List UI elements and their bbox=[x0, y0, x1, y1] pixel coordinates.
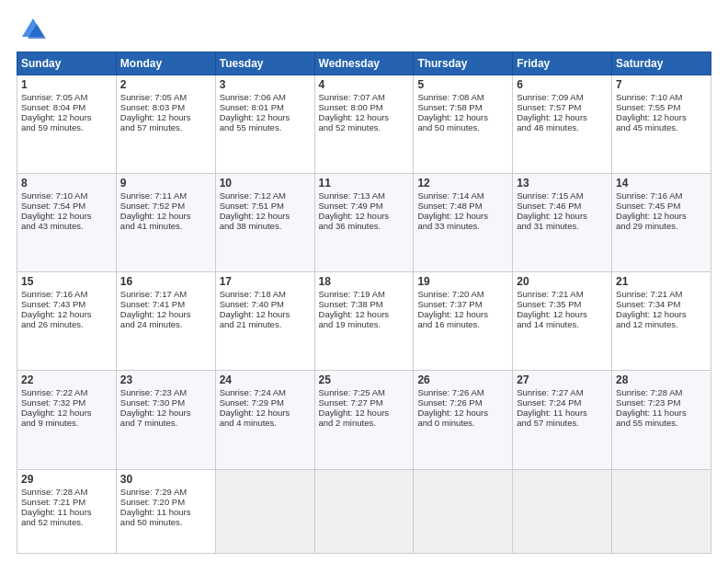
calendar-week-3: 15Sunrise: 7:16 AMSunset: 7:43 PMDayligh… bbox=[17, 272, 711, 371]
calendar-cell: 3Sunrise: 7:06 AMSunset: 8:01 PMDaylight… bbox=[215, 75, 314, 174]
calendar-cell bbox=[314, 469, 414, 554]
day-info-line: Sunrise: 7:16 AM bbox=[21, 289, 112, 299]
day-number: 24 bbox=[220, 373, 311, 386]
day-info-line: and 41 minutes. bbox=[120, 221, 211, 231]
calendar-cell: 27Sunrise: 7:27 AMSunset: 7:24 PMDayligh… bbox=[513, 371, 612, 469]
day-info-line: Sunrise: 7:19 AM bbox=[319, 289, 410, 299]
day-info-line: Sunset: 7:21 PM bbox=[21, 497, 112, 507]
day-info-line: Daylight: 11 hours bbox=[517, 408, 608, 418]
day-info-line: Sunrise: 7:14 AM bbox=[417, 190, 508, 201]
calendar-cell: 12Sunrise: 7:14 AMSunset: 7:48 PMDayligh… bbox=[414, 174, 513, 272]
day-info-line: and 52 minutes. bbox=[21, 517, 112, 527]
day-info-line: Sunrise: 7:27 AM bbox=[517, 387, 608, 397]
calendar-week-5: 29Sunrise: 7:28 AMSunset: 7:21 PMDayligh… bbox=[17, 469, 711, 554]
day-info-line: and 59 minutes. bbox=[21, 122, 112, 132]
day-info-line: Daylight: 12 hours bbox=[616, 309, 707, 319]
day-info-line: Daylight: 12 hours bbox=[120, 309, 211, 319]
day-info-line: Sunset: 7:29 PM bbox=[220, 397, 311, 408]
day-info-line: Sunrise: 7:15 AM bbox=[517, 190, 608, 201]
calendar-cell: 6Sunrise: 7:09 AMSunset: 7:57 PMDaylight… bbox=[513, 75, 612, 174]
day-info-line: and 12 minutes. bbox=[616, 319, 707, 329]
day-info-line: Daylight: 12 hours bbox=[417, 112, 508, 122]
calendar-cell: 5Sunrise: 7:08 AMSunset: 7:58 PMDaylight… bbox=[414, 75, 513, 174]
calendar-cell: 1Sunrise: 7:05 AMSunset: 8:04 PMDaylight… bbox=[17, 75, 117, 174]
day-info-line: Sunrise: 7:13 AM bbox=[319, 190, 410, 201]
day-number: 5 bbox=[417, 78, 508, 91]
day-info-line: Sunset: 8:01 PM bbox=[220, 102, 311, 112]
calendar-cell: 2Sunrise: 7:05 AMSunset: 8:03 PMDaylight… bbox=[116, 75, 215, 174]
day-info-line: and 57 minutes. bbox=[517, 418, 608, 428]
day-info-line: Sunset: 7:26 PM bbox=[417, 397, 508, 408]
calendar-cell: 26Sunrise: 7:26 AMSunset: 7:26 PMDayligh… bbox=[414, 371, 513, 469]
day-info-line: Sunrise: 7:26 AM bbox=[417, 387, 508, 397]
day-info-line: Sunset: 7:30 PM bbox=[120, 397, 211, 408]
day-info-line: Sunset: 7:27 PM bbox=[319, 397, 410, 408]
day-info-line: and 57 minutes. bbox=[120, 122, 211, 132]
day-info-line: and 19 minutes. bbox=[319, 319, 410, 329]
day-info-line: Daylight: 12 hours bbox=[319, 408, 410, 418]
day-info-line: Sunset: 7:46 PM bbox=[517, 201, 608, 211]
day-info-line: and 7 minutes. bbox=[120, 418, 211, 428]
day-info-line: Sunset: 8:03 PM bbox=[120, 102, 211, 112]
day-info-line: Sunrise: 7:11 AM bbox=[120, 190, 211, 201]
day-info-line: and 14 minutes. bbox=[517, 319, 608, 329]
day-info-line: Sunset: 7:37 PM bbox=[417, 299, 508, 309]
logo bbox=[17, 17, 46, 42]
day-info-line: Sunset: 7:38 PM bbox=[319, 299, 410, 309]
calendar-cell: 10Sunrise: 7:12 AMSunset: 7:51 PMDayligh… bbox=[215, 174, 314, 272]
day-number: 6 bbox=[517, 78, 608, 91]
day-info-line: and 9 minutes. bbox=[21, 418, 112, 428]
day-number: 18 bbox=[319, 275, 410, 288]
col-header-saturday: Saturday bbox=[612, 52, 711, 75]
day-number: 12 bbox=[417, 177, 508, 190]
calendar-cell: 13Sunrise: 7:15 AMSunset: 7:46 PMDayligh… bbox=[513, 174, 612, 272]
day-info-line: Sunrise: 7:16 AM bbox=[616, 190, 707, 201]
day-info-line: Daylight: 12 hours bbox=[417, 309, 508, 319]
calendar-cell: 25Sunrise: 7:25 AMSunset: 7:27 PMDayligh… bbox=[314, 371, 414, 469]
day-info-line: Sunrise: 7:24 AM bbox=[220, 387, 311, 397]
day-info-line: and 36 minutes. bbox=[319, 221, 410, 231]
calendar-week-1: 1Sunrise: 7:05 AMSunset: 8:04 PMDaylight… bbox=[17, 75, 711, 174]
day-info-line: Sunset: 7:41 PM bbox=[120, 299, 211, 309]
calendar-cell: 30Sunrise: 7:29 AMSunset: 7:20 PMDayligh… bbox=[116, 469, 215, 554]
day-info-line: Sunrise: 7:05 AM bbox=[120, 92, 211, 102]
day-info-line: Sunset: 7:49 PM bbox=[319, 201, 410, 211]
day-number: 27 bbox=[517, 373, 608, 386]
day-number: 13 bbox=[517, 177, 608, 190]
day-info-line: Sunrise: 7:05 AM bbox=[21, 92, 112, 102]
day-info-line: Daylight: 12 hours bbox=[21, 211, 112, 221]
day-info-line: Sunrise: 7:10 AM bbox=[21, 190, 112, 201]
col-header-sunday: Sunday bbox=[17, 52, 117, 75]
day-info-line: Daylight: 12 hours bbox=[319, 309, 410, 319]
day-number: 2 bbox=[120, 78, 211, 91]
day-info-line: Daylight: 12 hours bbox=[517, 309, 608, 319]
day-info-line: Sunrise: 7:07 AM bbox=[319, 92, 410, 102]
day-info-line: Sunset: 7:23 PM bbox=[616, 397, 707, 408]
day-info-line: Daylight: 12 hours bbox=[517, 112, 608, 122]
day-info-line: Daylight: 12 hours bbox=[220, 211, 311, 221]
day-number: 10 bbox=[220, 177, 311, 190]
calendar-cell: 20Sunrise: 7:21 AMSunset: 7:35 PMDayligh… bbox=[513, 272, 612, 371]
day-number: 26 bbox=[417, 373, 508, 386]
calendar-cell: 9Sunrise: 7:11 AMSunset: 7:52 PMDaylight… bbox=[116, 174, 215, 272]
calendar-week-2: 8Sunrise: 7:10 AMSunset: 7:54 PMDaylight… bbox=[17, 174, 711, 272]
day-info-line: Sunset: 7:43 PM bbox=[21, 299, 112, 309]
day-info-line: Daylight: 12 hours bbox=[319, 211, 410, 221]
day-info-line: Sunset: 7:20 PM bbox=[120, 497, 211, 507]
day-number: 9 bbox=[120, 177, 211, 190]
day-info-line: Sunset: 7:52 PM bbox=[120, 201, 211, 211]
day-info-line: and 43 minutes. bbox=[21, 221, 112, 231]
day-info-line: Daylight: 12 hours bbox=[21, 408, 112, 418]
day-info-line: Sunset: 7:58 PM bbox=[417, 102, 508, 112]
day-info-line: and 26 minutes. bbox=[21, 319, 112, 329]
day-info-line: Daylight: 12 hours bbox=[220, 112, 311, 122]
day-number: 19 bbox=[417, 275, 508, 288]
day-info-line: and 33 minutes. bbox=[417, 221, 508, 231]
day-number: 14 bbox=[616, 177, 707, 190]
day-number: 21 bbox=[616, 275, 707, 288]
day-info-line: Sunrise: 7:10 AM bbox=[616, 92, 707, 102]
day-info-line: Sunset: 7:32 PM bbox=[21, 397, 112, 408]
day-info-line: and 24 minutes. bbox=[120, 319, 211, 329]
day-number: 20 bbox=[517, 275, 608, 288]
day-info-line: Daylight: 12 hours bbox=[120, 408, 211, 418]
